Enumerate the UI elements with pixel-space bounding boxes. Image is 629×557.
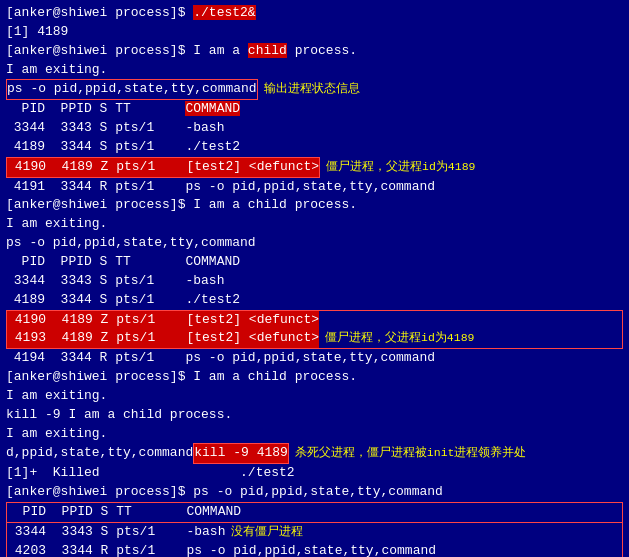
line-3: [anker@shiwei process]$ I am a child pro… — [6, 42, 623, 61]
table3-row-1: 3344 3343 S pts/1 -bash 没有僵尸进程 — [6, 523, 623, 542]
line-21: I am exiting. — [6, 387, 623, 406]
line-20: [anker@shiwei process]$ I am a child pro… — [6, 368, 623, 387]
table2-row-3: 4194 3344 R pts/1 ps -o pid,ppid,state,t… — [6, 349, 623, 368]
table1-zombie-row: 4190 4189 Z pts/1 [test2] <defunct> 僵尸进程… — [6, 157, 623, 178]
line-12: I am exiting. — [6, 215, 623, 234]
table3-header: PID PPID S TT COMMAND — [6, 502, 623, 523]
table2-header: PID PPID S TT COMMAND — [6, 253, 623, 272]
table1-row-2: 4189 3344 S pts/1 ./test2 — [6, 138, 623, 157]
ps-cmd-1: ps -o pid,ppid,state,tty,command — [6, 79, 258, 100]
anno-1: 输出进程状态信息 — [264, 81, 360, 98]
kill-cmd: kill -9 4189 — [193, 443, 289, 464]
anno-zombie-2: 僵尸进程，父进程id为4189 — [325, 330, 474, 347]
line-2: [1] 4189 — [6, 23, 623, 42]
table2-zombie-row-1: 4190 4189 Z pts/1 [test2] <defunct> — [7, 311, 622, 330]
table1-row-3: 4191 3344 R pts/1 ps -o pid,ppid,state,t… — [6, 178, 623, 197]
line-22: kill -9 I am a child process. — [6, 406, 623, 425]
table2-row-2: 4189 3344 S pts/1 ./test2 — [6, 291, 623, 310]
line-11: [anker@shiwei process]$ I am a child pro… — [6, 196, 623, 215]
line-26: [anker@shiwei process]$ ps -o pid,ppid,s… — [6, 483, 623, 502]
table1-header: PID PPID S TT COMMAND — [6, 100, 623, 119]
zombie-1: 4190 4189 Z pts/1 [test2] <defunct> — [6, 157, 320, 178]
anno-kill: 杀死父进程，僵尸进程被init进程领养并处 — [295, 445, 527, 462]
line-25: [1]+ Killed ./test2 — [6, 464, 623, 483]
line-23: I am exiting. — [6, 425, 623, 444]
anno-zombie-1: 僵尸进程，父进程id为4189 — [326, 159, 475, 176]
terminal: [anker@shiwei process]$ ./test2& [1] 418… — [0, 0, 629, 557]
line-1: [anker@shiwei process]$ ./test2& — [6, 4, 623, 23]
table1-row-1: 3344 3343 S pts/1 -bash — [6, 119, 623, 138]
anno-no-zombie: 没有僵尸进程 — [231, 524, 303, 541]
line-4: I am exiting. — [6, 61, 623, 80]
table2-zombie-row-2: 4193 4189 Z pts/1 [test2] <defunct> 僵尸进程… — [7, 329, 622, 348]
zombie-group-2: 4190 4189 Z pts/1 [test2] <defunct> 4193… — [6, 310, 623, 350]
table2-row-1: 3344 3343 S pts/1 -bash — [6, 272, 623, 291]
line-5: ps -o pid,ppid,state,tty,command 输出进程状态信… — [6, 79, 623, 100]
line-24: d,ppid,state,tty,commandkill -9 4189 杀死父… — [6, 443, 623, 464]
line-13: ps -o pid,ppid,state,tty,command — [6, 234, 623, 253]
table3-row-2: 4203 3344 R pts/1 ps -o pid,ppid,state,t… — [6, 542, 623, 557]
